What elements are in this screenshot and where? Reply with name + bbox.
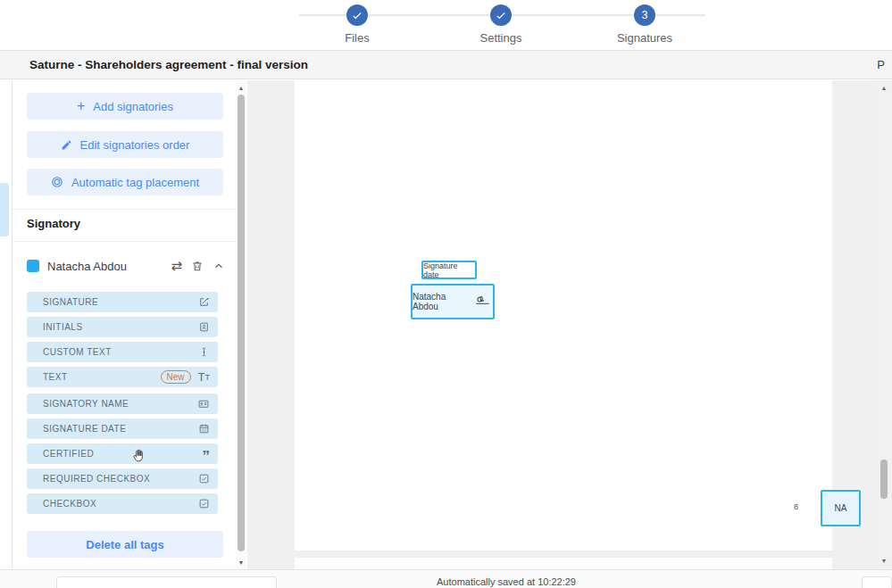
- scroll-up-arrow[interactable]: ▲: [236, 82, 246, 93]
- check-icon: [351, 9, 363, 21]
- placed-checkbox-tag[interactable]: NA: [821, 490, 861, 526]
- quote-icon: ”: [203, 452, 211, 461]
- hand-cursor-icon: [131, 447, 146, 468]
- text-cursor-icon: [198, 346, 210, 358]
- autosave-status: Automatically saved at 10:22:29: [437, 576, 576, 587]
- tag-label: TEXT: [43, 372, 161, 382]
- tag-label: CHECKBOX: [43, 499, 198, 509]
- scroll-down-arrow[interactable]: ▼: [879, 555, 889, 566]
- tag-initials[interactable]: INITIALS: [27, 317, 218, 337]
- trash-icon: [191, 260, 204, 272]
- step-label: Files: [304, 31, 411, 45]
- plus-icon: +: [77, 98, 85, 114]
- swap-icon: ⇄: [171, 258, 182, 274]
- step-settings[interactable]: Settings: [447, 4, 554, 45]
- divider: [13, 209, 236, 210]
- scroll-up-arrow[interactable]: ▲: [879, 82, 889, 93]
- auto-placement-icon: [51, 176, 63, 188]
- footer-panel-right[interactable]: [862, 576, 892, 588]
- calendar-icon: [198, 423, 210, 435]
- document-page: Signature date Natacha Abdou 8 NA: [295, 80, 832, 551]
- drawer-handle[interactable]: [0, 183, 9, 236]
- footer-bar: Automatically saved at 10:22:29: [0, 569, 892, 588]
- collapse-signatory-button[interactable]: [213, 260, 225, 272]
- delete-signatory-button[interactable]: [191, 260, 204, 272]
- tag-signature-date[interactable]: SIGNATURE DATE: [27, 418, 218, 439]
- automatic-tag-placement-button[interactable]: Automatic tag placement: [27, 169, 223, 195]
- id-card-icon: [197, 398, 210, 410]
- sidebar-scrollbar-thumb[interactable]: [238, 95, 245, 551]
- divider: [13, 241, 236, 242]
- chevron-up-icon: [213, 260, 225, 272]
- placed-signature-tag[interactable]: Natacha Abdou: [411, 284, 495, 319]
- tag-custom-text[interactable]: CUSTOM TEXT: [27, 342, 218, 362]
- swap-signatory-button[interactable]: ⇄: [171, 258, 182, 274]
- checkbox-icon: [198, 498, 210, 509]
- signature-scribble-icon: [473, 294, 493, 309]
- tag-checkbox[interactable]: CHECKBOX: [27, 493, 218, 514]
- step-number: 3: [634, 4, 655, 26]
- document-text-fragment: 8: [794, 502, 798, 511]
- signatory-color-swatch: [27, 260, 39, 272]
- signatory-name: Natacha Abdou: [47, 260, 171, 273]
- tag-label: REQUIRED CHECKBOX: [43, 474, 198, 484]
- scroll-down-arrow[interactable]: ▼: [236, 557, 246, 567]
- signatory-row[interactable]: Natacha Abdou ⇄: [27, 256, 225, 276]
- automatic-tag-placement-label: Automatic tag placement: [71, 176, 199, 189]
- document-page-next: [295, 558, 832, 569]
- edit-signatories-order-button[interactable]: Edit signatories order: [27, 131, 223, 158]
- placed-tag-label: Signature date: [423, 261, 475, 279]
- signature-icon: [198, 296, 210, 308]
- check-icon: [495, 9, 507, 21]
- tag-label: CERTIFIED: [43, 449, 203, 459]
- tag-label: SIGNATORY NAME: [43, 399, 197, 409]
- sidebar-scrollbar[interactable]: ▲ ▼: [236, 80, 246, 569]
- placed-signature-date-tag[interactable]: Signature date: [421, 261, 477, 279]
- step-files[interactable]: Files: [304, 4, 411, 45]
- tag-label: SIGNATURE: [43, 297, 198, 307]
- placed-tag-label: NA: [835, 503, 847, 513]
- footer-panel-left[interactable]: [56, 576, 277, 588]
- step-label: Signatures: [591, 31, 698, 45]
- esign-app: Files Settings 3 Signatures Saturne - Sh…: [0, 0, 892, 588]
- step-label: Settings: [447, 31, 554, 45]
- text-format-icon: TT: [198, 370, 210, 384]
- document-title: Saturne - Shareholders agreement - final…: [29, 58, 308, 71]
- step-complete-icon: [490, 4, 512, 26]
- new-badge: New: [161, 370, 191, 384]
- step-complete-icon: [346, 4, 368, 26]
- tag-label: CUSTOM TEXT: [43, 347, 198, 357]
- signatory-section-title: Signatory: [27, 217, 80, 230]
- document-header: Saturne - Shareholders agreement - final…: [0, 50, 892, 79]
- tag-text[interactable]: TEXT New TT: [27, 367, 218, 387]
- step-signatures[interactable]: 3 Signatures: [591, 4, 698, 45]
- tag-certified[interactable]: CERTIFIED ”: [27, 443, 218, 464]
- edit-signatories-order-label: Edit signatories order: [80, 138, 190, 152]
- tag-label: SIGNATURE DATE: [43, 424, 198, 434]
- header-right-truncated-text: P: [877, 58, 885, 71]
- placed-tag-label: Natacha Abdou: [413, 292, 470, 311]
- signatories-sidebar: + Add signatories Edit signatories order…: [13, 80, 236, 569]
- add-signatories-label: Add signatories: [93, 100, 173, 113]
- tag-signature[interactable]: SIGNATURE: [27, 292, 218, 312]
- document-viewport: Signature date Natacha Abdou 8 NA: [247, 80, 877, 569]
- initials-icon: [198, 321, 210, 333]
- tag-required-checkbox[interactable]: REQUIRED CHECKBOX: [27, 468, 218, 489]
- main-scrollbar-thumb[interactable]: [880, 460, 888, 499]
- pencil-icon: [61, 139, 72, 151]
- delete-all-tags-button[interactable]: Delete all tags: [27, 531, 223, 558]
- checkbox-icon: [198, 473, 210, 484]
- add-signatories-button[interactable]: + Add signatories: [27, 93, 223, 120]
- stepper: Files Settings 3 Signatures: [0, 0, 892, 50]
- tag-signatory-name[interactable]: SIGNATORY NAME: [27, 393, 218, 414]
- main-scrollbar[interactable]: ▲ ▼: [877, 80, 892, 569]
- tag-label: INITIALS: [43, 322, 198, 332]
